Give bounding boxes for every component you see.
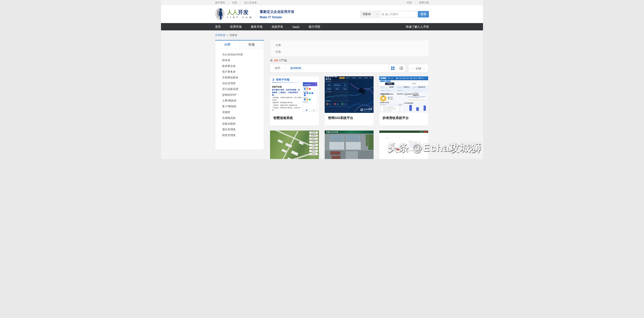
category-item[interactable]: 政府事业类 bbox=[222, 63, 264, 69]
search-button[interactable]: 搜索 bbox=[418, 11, 429, 17]
tagline-cn: 重新定义企业应用开发 bbox=[260, 9, 294, 14]
category-item[interactable]: 客户/营销类 bbox=[222, 103, 264, 109]
category-item[interactable]: 办公自动化/OA类 bbox=[222, 51, 264, 57]
svg-text:2月: 2月 bbox=[417, 111, 418, 112]
category-item[interactable]: 研发管理类 bbox=[222, 132, 264, 138]
category-item[interactable]: 采购类 bbox=[222, 109, 264, 115]
search-bar: 找案例 搜索 bbox=[360, 11, 429, 17]
brand-name: 人人开发 bbox=[227, 9, 252, 15]
grid-view-icon bbox=[391, 66, 394, 70]
prev-page-button[interactable]: ‹ bbox=[412, 66, 413, 70]
svg-text:1月: 1月 bbox=[410, 111, 412, 112]
phone-mockup: 智能巡检系统 巡检管理 车辆管理 bbox=[303, 82, 318, 111]
main-nav: 首页 应用市场 服务市场 自助开发 SaaS 能力学院 快速了解人人开发 bbox=[161, 23, 483, 30]
category-item[interactable]: 人事/绩效类 bbox=[222, 98, 264, 103]
filter-category-label: 分类: bbox=[276, 43, 423, 47]
topbar: 新手帮助 社区 加入开发者 登录 免费注册 bbox=[161, 0, 483, 5]
product-card-agriculture-metaverse[interactable]: 智慧农业元宇宙 bbox=[324, 130, 374, 159]
list-view-button[interactable] bbox=[397, 64, 405, 72]
product-card-meter-billing[interactable]: 收系统 营销服务 生产调度 公众服务 水资源管理 内网门户 bbox=[379, 76, 428, 126]
trend-line-chart bbox=[404, 95, 426, 101]
category-item[interactable]: 财务类 bbox=[222, 57, 264, 63]
grid-view-button[interactable] bbox=[388, 64, 397, 72]
filter-box: 分类: 行业: bbox=[270, 40, 429, 57]
breadcrumb-separator: > bbox=[226, 34, 228, 37]
pie-legend: 居民用水 生态用水 工业用水 bbox=[388, 96, 393, 100]
search-icon bbox=[382, 13, 384, 15]
breadcrumb: 应用商城 > 找案例 bbox=[161, 30, 483, 40]
product-thumbnail: 收系统 营销服务 生产调度 公众服务 水资源管理 内网门户 bbox=[379, 76, 428, 113]
search-input-wrap bbox=[380, 11, 416, 17]
nav-app-market[interactable]: 应用市场 bbox=[230, 25, 242, 29]
category-item[interactable]: 其它创新应用 bbox=[222, 86, 264, 92]
product-card-campus[interactable]: 系统总图 实时数据 数据汇总 一期系统 二期系统 三期系统 四期系统 五期系统 bbox=[270, 130, 319, 159]
nav-home[interactable]: 首页 bbox=[215, 25, 221, 29]
login-link[interactable]: 登录 bbox=[407, 1, 412, 4]
breadcrumb-current: 找案例 bbox=[230, 33, 237, 37]
result-count: 共138个产品 bbox=[270, 59, 429, 62]
rrkf-watermark-logo: 人 人人开发rrkf.com bbox=[360, 108, 372, 112]
category-list: 办公自动化/OA类 财务类 政府事业类 电子商务类 互联网创新类 综合管理类 其… bbox=[215, 49, 264, 138]
map-header bbox=[379, 131, 428, 133]
product-card-smart-inspection[interactable]: 巡检手机端 巡检手机端 基于微信小程序，包含开始巡检、巡检查询、上报登记、工单处… bbox=[270, 76, 319, 126]
fee-bar-chart: 1月 2月 bbox=[404, 104, 426, 112]
nav-quick-intro[interactable]: 快速了解人人开发 bbox=[406, 25, 429, 29]
photo-watermark: 头条 @Echa攻城狮 bbox=[388, 141, 482, 155]
pie-chart bbox=[380, 95, 386, 101]
count-number: 138 bbox=[274, 59, 278, 62]
sort-bar: 排序: 发布时间 ↓ bbox=[270, 64, 406, 72]
chevron-banner-icon bbox=[272, 78, 275, 81]
topbar-link-join-developer[interactable]: 加入开发者 bbox=[244, 1, 257, 4]
nav-saas[interactable]: SaaS bbox=[292, 25, 300, 28]
category-item[interactable]: 仓储物流类 bbox=[222, 115, 264, 121]
product-title: 管网GIS系统平台 bbox=[325, 113, 374, 126]
search-input[interactable] bbox=[385, 13, 414, 16]
toolbar-row: 排序: 发布时间 ↓ bbox=[270, 64, 429, 72]
divider bbox=[286, 64, 286, 72]
page: 新手帮助 社区 加入开发者 登录 免费注册 bbox=[161, 0, 483, 159]
brand-domain: r r k f . c o m bbox=[227, 16, 252, 19]
nav-academy[interactable]: 能力学院 bbox=[309, 25, 320, 29]
product-title: 智慧巡检系统 bbox=[270, 113, 319, 126]
header: 人人开发 r r k f . c o m 重新定义企业应用开发 Make IT … bbox=[161, 5, 483, 23]
search-category-select[interactable]: 找案例 bbox=[360, 11, 380, 17]
product-grid-row-1: 巡检手机端 巡检手机端 基于微信小程序，包含开始巡检、巡检查询、上报登记、工单处… bbox=[270, 76, 429, 126]
sort-desc-arrow-icon: ↓ bbox=[302, 67, 303, 70]
product-thumbnail: 智慧水务大数据平台 公司简介 数据中心 应急处理 运维管理 营业场所 更多 bbox=[325, 76, 374, 113]
nav-self-dev[interactable]: 自助开发 bbox=[272, 25, 283, 29]
site-logo[interactable]: 人人开发 r r k f . c o m bbox=[215, 7, 252, 21]
divider bbox=[228, 1, 229, 4]
nav-service-market[interactable]: 服务市场 bbox=[251, 25, 262, 29]
category-item[interactable]: 电子商务类 bbox=[222, 69, 264, 75]
map-glow-lines bbox=[348, 79, 374, 112]
list-view-icon bbox=[400, 67, 403, 70]
category-item[interactable]: 互联网创新类 bbox=[222, 75, 264, 80]
breadcrumb-home[interactable]: 应用商城 bbox=[215, 33, 225, 37]
chevron-down-icon bbox=[376, 13, 378, 15]
product-thumbnail: 巡检手机端 巡检手机端 基于微信小程序，包含开始巡检、巡检查询、上报登记、工单处… bbox=[270, 76, 319, 113]
filter-industry-label: 行业: bbox=[276, 50, 423, 54]
pagination: ‹ 1/10 › bbox=[408, 64, 428, 72]
topbar-link-help[interactable]: 新手帮助 bbox=[215, 1, 225, 4]
category-item[interactable]: 设备设施类 bbox=[222, 121, 264, 126]
tab-industry[interactable]: 行业 bbox=[240, 40, 264, 49]
sidebar: 分类 行业 办公自动化/OA类 财务类 政府事业类 电子商务类 互联网创新类 综… bbox=[215, 40, 264, 150]
category-item[interactable]: 综合管理类 bbox=[222, 80, 264, 86]
category-item[interactable]: 项目管理类 bbox=[222, 126, 264, 132]
next-page-button[interactable]: › bbox=[423, 66, 425, 70]
product-card-pipeline-gis[interactable]: 智慧水务大数据平台 公司简介 数据中心 应急处理 运维管理 营业场所 更多 bbox=[324, 76, 374, 126]
campus-system-buttons: 系统总图 实时数据 数据汇总 一期系统 二期系统 三期系统 四期系统 五期系统 bbox=[309, 131, 318, 155]
product-thumbnail: 智慧农业元宇宙 bbox=[325, 131, 374, 159]
logo-people-icon bbox=[215, 7, 227, 21]
register-link[interactable]: 免费注册 bbox=[419, 1, 429, 4]
top10-table: 序号用户名用水量(m³) 1296210948124 财富商业街28-33547… bbox=[380, 104, 403, 111]
tab-category[interactable]: 分类 bbox=[215, 40, 240, 49]
tagline-en: Make IT Simple bbox=[260, 15, 294, 19]
topbar-link-community[interactable]: 社区 bbox=[232, 1, 237, 4]
sort-by-publish-time[interactable]: 发布时间 bbox=[290, 66, 301, 70]
divider bbox=[256, 9, 256, 19]
page-indicator: 1/10 bbox=[416, 67, 421, 70]
product-title: 抄表营收系统平台 bbox=[379, 113, 428, 126]
category-item[interactable]: 进销存/ERP bbox=[222, 92, 264, 98]
sort-label: 排序: bbox=[270, 66, 286, 70]
